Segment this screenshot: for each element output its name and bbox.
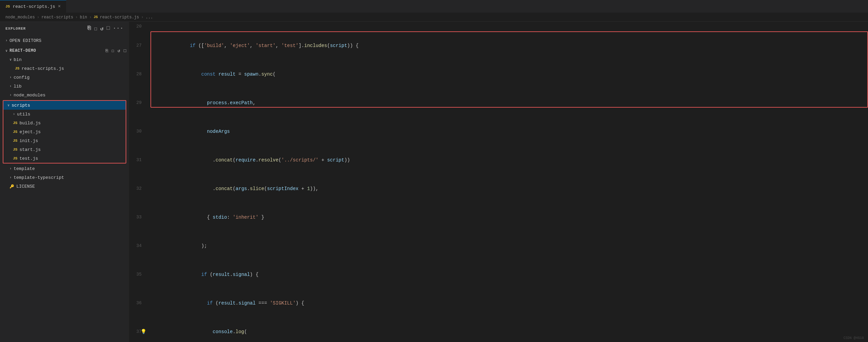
sidebar-header: EXPLORER ⎘ ☐ ↺ □ ··· [0, 22, 129, 35]
js-file-icon: JS [13, 156, 17, 160]
js-file-icon: JS [13, 139, 17, 143]
collapse-icon[interactable]: □ [107, 25, 110, 32]
close-tab-icon[interactable]: × [58, 4, 61, 9]
js-file-icon: JS [13, 121, 17, 125]
line-number: 32 [129, 174, 147, 203]
watermark: CSDN @4G18 [843, 336, 864, 340]
line-number: 20 [129, 22, 147, 31]
table-row: 29 process.execPath, [129, 89, 868, 117]
line-code: .concat(args.slice(scriptIndex + 1)), [147, 174, 868, 203]
key-icon: 🔑 [10, 184, 14, 189]
table-row: 30 nodeArgs [129, 117, 868, 146]
chevron-right-icon: › [10, 167, 12, 171]
line-code: nodeArgs [147, 117, 868, 146]
scripts-label: scripts [12, 103, 123, 108]
code-area[interactable]: 20 27 if (['build', 'eject', 'start', 't… [129, 22, 868, 342]
table-row: 35 if (result.signal) { [129, 260, 868, 289]
new-folder-icon[interactable]: ☐ [94, 25, 98, 32]
chevron-down-icon: ∨ [5, 49, 7, 53]
sidebar-item-build-js[interactable]: JS build.js [3, 119, 126, 127]
js-icon: JS [5, 4, 10, 9]
table-row: 20 [129, 22, 868, 31]
line-number: 36 [129, 289, 147, 317]
line-code: const result = spawn.sync( [147, 60, 868, 89]
editor: 20 27 if (['build', 'eject', 'start', 't… [129, 22, 868, 342]
main-layout: EXPLORER ⎘ ☐ ↺ □ ··· › OPEN EDITORS ∨ RE… [0, 22, 868, 342]
table-row: 32 .concat(args.slice(scriptIndex + 1)), [129, 174, 868, 203]
chevron-right-icon: › [10, 93, 12, 97]
line-code: .concat(require.resolve('../scripts/' + … [147, 146, 868, 174]
sidebar-item-config[interactable]: › config [0, 73, 129, 82]
collapse-project-icon[interactable]: □ [124, 48, 126, 53]
table-row: 31 .concat(require.resolve('../scripts/'… [129, 146, 868, 174]
chevron-down-icon: ∨ [10, 58, 12, 62]
open-editors-toggle[interactable]: › OPEN EDITORS [0, 36, 129, 45]
line-code: console.log( [147, 317, 868, 342]
line-number: 27 [129, 31, 147, 60]
sidebar-item-scripts[interactable]: ∨ scripts [3, 101, 126, 110]
line-number: 33 [129, 203, 147, 232]
sidebar-item-react-scripts-js[interactable]: JS react-scripts.js [0, 64, 129, 73]
line-code [147, 22, 868, 31]
js-file-icon: JS [15, 66, 19, 71]
code-table: 20 27 if (['build', 'eject', 'start', 't… [129, 22, 868, 342]
breadcrumb: node_modules › react-scripts › bin › JS … [0, 13, 868, 22]
lightbulb-icon[interactable]: 💡 [141, 327, 146, 337]
sidebar-item-license[interactable]: 🔑 LICENSE [0, 182, 129, 191]
open-editors-section: › OPEN EDITORS [0, 35, 129, 46]
line-code: { stdio: 'inherit' } [147, 203, 868, 232]
line-code: if (result.signal === 'SIGKILL') { [147, 289, 868, 317]
line-number: 28 [129, 60, 147, 89]
sidebar-item-template-typescript[interactable]: › template-typescript [0, 173, 129, 182]
chevron-right-icon: › [13, 112, 15, 116]
sidebar-item-init-js[interactable]: JS init.js [3, 136, 126, 145]
line-code: if (['build', 'eject', 'start', 'test'].… [147, 31, 868, 60]
table-row: 36 if (result.signal === 'SIGKILL') { [129, 289, 868, 317]
line-number: 30 [129, 117, 147, 146]
table-row: 27 if (['build', 'eject', 'start', 'test… [129, 31, 868, 60]
more-options-icon[interactable]: ··· [113, 25, 124, 32]
line-number: 35 [129, 260, 147, 289]
new-file-project-icon[interactable]: ⎘ [106, 48, 108, 53]
tab-filename: react-scripts.js [13, 4, 55, 9]
js-file-icon: JS [13, 130, 17, 134]
project-section: ∨ REACT-DEMO ⎘ ☐ ↺ □ ∨ bin JS react-scri… [0, 46, 129, 191]
table-row: 34 ); [129, 232, 868, 260]
sidebar-item-utils[interactable]: › utils [3, 110, 126, 119]
chevron-down-icon: ∨ [7, 103, 10, 107]
chevron-right-icon: › [5, 39, 7, 43]
chevron-right-icon: › [10, 76, 12, 79]
sidebar-item-bin[interactable]: ∨ bin [0, 55, 129, 64]
refresh-project-icon[interactable]: ↺ [117, 48, 120, 53]
sidebar-item-start-js[interactable]: JS start.js [3, 145, 126, 154]
table-row: 33 { stdio: 'inherit' } [129, 203, 868, 232]
line-number: 34 [129, 232, 147, 260]
sidebar: EXPLORER ⎘ ☐ ↺ □ ··· › OPEN EDITORS ∨ RE… [0, 22, 129, 342]
sidebar-item-template[interactable]: › template [0, 164, 129, 173]
tab-bar: JS react-scripts.js × [0, 0, 868, 13]
refresh-icon[interactable]: ↺ [100, 25, 104, 32]
explorer-title: EXPLORER [5, 27, 26, 31]
table-row: 37 💡 console.log( [129, 317, 868, 342]
line-code: ); [147, 232, 868, 260]
project-folder-toggle[interactable]: ∨ REACT-DEMO ⎘ ☐ ↺ □ [0, 46, 129, 55]
line-code: if (result.signal) { [147, 260, 868, 289]
line-code: process.execPath, [147, 89, 868, 117]
open-editors-label: OPEN EDITORS [10, 38, 126, 43]
line-number: 31 [129, 146, 147, 174]
scripts-section-outlined: ∨ scripts › utils JS build.js JS eject.j… [3, 100, 126, 164]
sidebar-item-lib[interactable]: › lib [0, 82, 129, 91]
tab-react-scripts[interactable]: JS react-scripts.js × [0, 0, 66, 13]
project-label: REACT-DEMO [10, 48, 103, 53]
table-row: 28 const result = spawn.sync( [129, 60, 868, 89]
sidebar-item-test-js[interactable]: JS test.js [3, 154, 126, 163]
chevron-right-icon: › [10, 176, 12, 180]
sidebar-item-eject-js[interactable]: JS eject.js [3, 127, 126, 136]
new-file-icon[interactable]: ⎘ [87, 25, 91, 32]
line-number: 37 💡 [129, 317, 147, 342]
sidebar-item-node-modules[interactable]: › node_modules [0, 91, 129, 99]
sidebar-header-icons: ⎘ ☐ ↺ □ ··· [87, 25, 124, 32]
js-file-icon: JS [13, 147, 17, 152]
chevron-right-icon: › [10, 84, 12, 88]
new-folder-project-icon[interactable]: ☐ [112, 48, 114, 53]
